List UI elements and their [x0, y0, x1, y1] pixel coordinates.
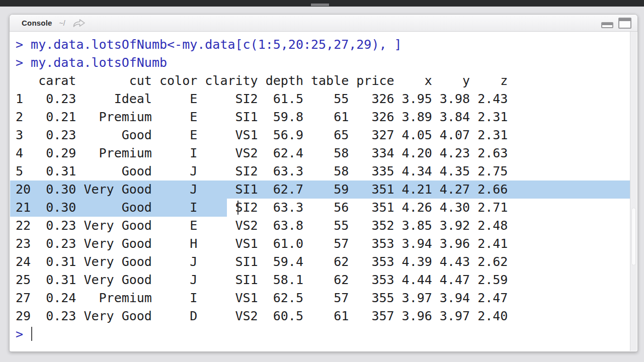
table-row: 23 0.23 Very Good H VS1 61.0 57 353 3.94… [10, 235, 630, 253]
minimize-pane-button[interactable] [601, 22, 613, 28]
scrollbar-thumb[interactable] [631, 208, 636, 265]
scrollbar-track[interactable] [630, 32, 637, 351]
console-command-line: > my.data.lotsOfNumb<-my.data[c(1:5,20:2… [10, 36, 630, 54]
console-command-line: > my.data.lotsOfNumb [10, 54, 630, 72]
console-command-line-text: > my.data.lotsOfNumb [16, 55, 167, 70]
console-output-area[interactable]: > my.data.lotsOfNumb<-my.data[c(1:5,20:2… [10, 32, 630, 351]
console-prompt-line-text: > [16, 327, 31, 341]
table-header-line: carat cut color clarity depth table pric… [10, 72, 630, 90]
working-directory-label[interactable]: ~/ [59, 19, 65, 27]
table-row-text: 1 0.23 Ideal E SI2 61.5 55 326 3.95 3.98… [16, 92, 508, 106]
console-command-line-text: > my.data.lotsOfNumb<-my.data[c(1:5,20:2… [16, 37, 402, 52]
table-row-text: 20 0.30 Very Good J SI1 62.7 59 351 4.21… [16, 182, 508, 197]
console-pane: Console ~/ > my.data.lotsOfNumb<-my.data… [9, 14, 638, 352]
table-row-text: 5 0.31 Good J SI2 63.3 58 335 4.34 4.35 … [16, 164, 508, 178]
console-titlebar: Console ~/ [10, 15, 637, 32]
table-row: 4 0.29 Premium I VS2 62.4 58 334 4.20 4.… [10, 144, 630, 162]
table-row: 20 0.30 Very Good J SI1 62.7 59 351 4.21… [10, 180, 630, 199]
console-prompt-line: > [10, 325, 630, 343]
table-row-text: 24 0.31 Very Good J SI1 59.4 62 353 4.39… [16, 254, 508, 269]
table-row: 24 0.31 Very Good J SI1 59.4 62 353 4.39… [10, 253, 630, 271]
table-row-text: 22 0.23 Very Good E VS2 63.8 55 352 3.85… [16, 218, 508, 233]
table-row: 2 0.21 Premium E SI1 59.8 61 326 3.89 3.… [10, 108, 630, 126]
table-row: 22 0.23 Very Good E VS2 63.8 55 352 3.85… [10, 217, 630, 235]
console-input-caret [31, 327, 32, 341]
table-row: 3 0.23 Good E VS1 56.9 65 327 4.05 4.07 … [10, 126, 630, 144]
table-row: 25 0.31 Very Good J SI1 58.1 62 353 4.44… [10, 271, 630, 289]
table-row-text: 4 0.29 Premium I VS2 62.4 58 334 4.20 4.… [16, 146, 508, 160]
table-row-text: 25 0.31 Very Good J SI1 58.1 62 353 4.44… [16, 273, 508, 287]
top-bar-notch [311, 4, 329, 6]
table-row-text: 27 0.24 Premium I VS1 62.5 57 355 3.97 3… [16, 291, 508, 305]
text-caret [237, 201, 238, 215]
table-row: 5 0.31 Good J SI2 63.3 58 335 4.34 4.35 … [10, 162, 630, 180]
table-row: 21 0.30 Good I SI2 63.3 56 351 4.26 4.30… [10, 199, 630, 217]
maximize-pane-button[interactable] [618, 18, 631, 29]
letterbox-top-bar [0, 0, 644, 7]
table-row-text: 23 0.23 Very Good H VS1 61.0 57 353 3.94… [16, 236, 508, 251]
table-row-text: 29 0.23 Very Good D VS2 60.5 61 357 3.96… [16, 309, 508, 323]
table-row: 1 0.23 Ideal E SI2 61.5 55 326 3.95 3.98… [10, 90, 630, 108]
goto-working-directory-arrow-icon[interactable] [72, 19, 86, 28]
table-row: 27 0.24 Premium I VS1 62.5 57 355 3.97 3… [10, 289, 630, 307]
table-header-line-text: carat cut color clarity depth table pric… [16, 73, 508, 88]
table-row-text: 2 0.21 Premium E SI1 59.8 61 326 3.89 3.… [16, 110, 508, 124]
table-row-text: 3 0.23 Good E VS1 56.9 65 327 4.05 4.07 … [16, 128, 508, 142]
table-row: 29 0.23 Very Good D VS2 60.5 61 357 3.96… [10, 307, 630, 325]
table-row-text: 21 0.30 Good I SI2 63.3 56 351 4.26 4.30… [16, 200, 508, 215]
pane-title: Console [22, 19, 52, 27]
